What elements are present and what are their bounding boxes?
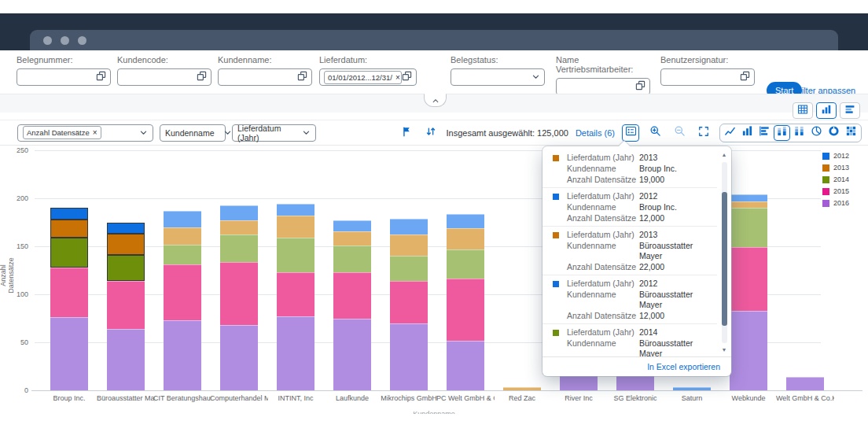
bar-segment-2015[interactable] bbox=[50, 268, 88, 317]
bar-segment-2012[interactable] bbox=[730, 194, 767, 201]
bar-segment-2016[interactable] bbox=[164, 320, 201, 390]
legend-item-2013[interactable]: 2013 bbox=[822, 164, 849, 172]
bar-Mikrochips GmbH[interactable] bbox=[390, 219, 428, 390]
scroll-up-icon[interactable]: ▲ bbox=[720, 151, 728, 159]
bar-segment-2013[interactable] bbox=[447, 228, 484, 249]
filter-input[interactable] bbox=[556, 78, 650, 95]
legend-item-2016[interactable]: 2016 bbox=[822, 199, 849, 207]
donut-chart-button[interactable] bbox=[826, 125, 842, 141]
dimension2-select[interactable]: Lieferdatum (Jahr) bbox=[232, 124, 316, 142]
bar-segment-2013[interactable] bbox=[277, 216, 314, 238]
bar-segment-2012[interactable] bbox=[277, 204, 314, 216]
bar-segment-2012[interactable] bbox=[333, 220, 371, 231]
value-help-icon[interactable] bbox=[197, 70, 207, 84]
filter-input[interactable] bbox=[17, 68, 111, 86]
bar-INTINT, Inc[interactable] bbox=[277, 204, 314, 390]
bar-segment-2014[interactable] bbox=[333, 246, 371, 272]
filter-select[interactable] bbox=[451, 68, 545, 86]
drill-button[interactable] bbox=[398, 124, 415, 142]
details-item[interactable]: Lieferdatum (Jahr)2014KundennameBüroauss… bbox=[542, 324, 717, 357]
bar-segment-2015[interactable] bbox=[107, 281, 145, 329]
bar-segment-2014[interactable] bbox=[730, 208, 767, 247]
chart-view-button[interactable] bbox=[816, 102, 837, 119]
bar-segment-2016[interactable] bbox=[786, 377, 824, 390]
bar-segment-2014[interactable] bbox=[390, 256, 428, 281]
bar-Laufkunde[interactable] bbox=[333, 220, 371, 390]
stacked-column-chart-button[interactable] bbox=[774, 125, 790, 141]
value-help-icon[interactable] bbox=[297, 70, 307, 84]
sort-button[interactable] bbox=[422, 124, 440, 142]
bar-segment-2014[interactable] bbox=[164, 245, 201, 265]
bar-Saturn[interactable] bbox=[673, 387, 711, 390]
bar-segment-2012[interactable] bbox=[107, 223, 145, 235]
value-help-icon[interactable] bbox=[740, 70, 750, 84]
bar-Büroausstatter Mayer[interactable] bbox=[107, 223, 145, 390]
remove-token-icon[interactable]: × bbox=[93, 128, 97, 137]
bar-segment-2014[interactable] bbox=[277, 238, 314, 272]
legend-item-2012[interactable]: 2012 bbox=[822, 152, 849, 160]
export-excel-link[interactable]: In Excel exportieren bbox=[647, 362, 720, 371]
bar-segment-2013[interactable] bbox=[50, 220, 88, 238]
bar-segment-2012[interactable] bbox=[50, 208, 88, 220]
heatmap-button[interactable] bbox=[843, 125, 859, 141]
bar-segment-2014[interactable] bbox=[50, 238, 88, 268]
bar-segment-2015[interactable] bbox=[333, 272, 371, 319]
value-help-icon[interactable] bbox=[96, 70, 106, 84]
bar-segment-2013[interactable] bbox=[164, 227, 201, 245]
bar-Broup Inc.[interactable] bbox=[50, 208, 88, 390]
bar-segment-2015[interactable] bbox=[730, 247, 767, 311]
bar-Welt GmbH & Co.KG[interactable] bbox=[786, 377, 824, 390]
bar-segment-2015[interactable] bbox=[390, 281, 428, 323]
bar-segment-2012[interactable] bbox=[673, 387, 711, 390]
bar-segment-2016[interactable] bbox=[333, 319, 371, 391]
bar-segment-2012[interactable] bbox=[390, 219, 428, 235]
zoom-out-button[interactable] bbox=[671, 124, 688, 142]
bar-segment-2015[interactable] bbox=[220, 262, 258, 326]
bar-segment-2016[interactable] bbox=[220, 325, 258, 390]
bar-segment-2016[interactable] bbox=[390, 323, 428, 390]
bar-segment-2015[interactable] bbox=[277, 272, 314, 316]
details-item[interactable]: Lieferdatum (Jahr)2013KundennameBüroauss… bbox=[542, 227, 717, 275]
legend-item-2015[interactable]: 2015 bbox=[822, 187, 849, 195]
filter-input[interactable] bbox=[218, 68, 312, 86]
bar-segment-2014[interactable] bbox=[107, 255, 145, 281]
bar-segment-2016[interactable] bbox=[277, 316, 314, 390]
bar-segment-2013[interactable] bbox=[730, 201, 767, 209]
scroll-down-icon[interactable]: ▼ bbox=[720, 346, 728, 354]
bar-segment-2013[interactable] bbox=[333, 231, 371, 246]
bar-Webkunde[interactable] bbox=[730, 194, 767, 390]
bar-segment-2015[interactable] bbox=[164, 264, 201, 320]
column-chart-button[interactable] bbox=[739, 125, 756, 141]
crosstab-view-button[interactable] bbox=[840, 102, 860, 119]
bar-PC Welt GmbH & C...[interactable] bbox=[447, 214, 484, 390]
scrollbar-thumb[interactable] bbox=[722, 192, 727, 326]
bar-segment-2013[interactable] bbox=[107, 234, 145, 255]
line-chart-button[interactable] bbox=[722, 125, 738, 141]
details-link[interactable]: Details (6) bbox=[576, 128, 615, 138]
pie-chart-button[interactable] bbox=[808, 125, 825, 141]
details-item[interactable]: Lieferdatum (Jahr)2013KundennameBroup In… bbox=[542, 150, 717, 188]
bar-Red Zac[interactable] bbox=[503, 387, 541, 390]
legend-toggle-button[interactable] bbox=[622, 124, 639, 142]
bar-segment-2014[interactable] bbox=[220, 235, 258, 261]
bar-segment-2013[interactable] bbox=[503, 387, 541, 390]
value-help-icon[interactable] bbox=[635, 79, 645, 94]
bar-chart-button[interactable] bbox=[756, 125, 773, 141]
stacked-bar-100-button[interactable] bbox=[791, 125, 807, 141]
popover-scrollbar[interactable]: ▲ ▼ bbox=[720, 151, 728, 354]
remove-token-icon[interactable]: × bbox=[395, 73, 400, 82]
bar-segment-2012[interactable] bbox=[164, 211, 201, 227]
bar-segment-2012[interactable] bbox=[447, 214, 484, 228]
bar-segment-2013[interactable] bbox=[220, 220, 258, 235]
value-help-icon[interactable] bbox=[402, 70, 412, 84]
details-item[interactable]: Lieferdatum (Jahr)2012KundennameBüroauss… bbox=[542, 275, 717, 324]
bar-segment-2015[interactable] bbox=[447, 279, 484, 340]
table-view-button[interactable] bbox=[793, 102, 813, 119]
bar-segment-2016[interactable] bbox=[107, 329, 145, 390]
filter-input[interactable] bbox=[117, 68, 211, 86]
bar-segment-2013[interactable] bbox=[390, 235, 428, 256]
dimension1-select[interactable]: Kundenname bbox=[160, 124, 226, 142]
chevron-down-icon[interactable] bbox=[531, 70, 540, 84]
filter-input[interactable] bbox=[660, 68, 755, 86]
bar-segment-2016[interactable] bbox=[447, 341, 484, 390]
